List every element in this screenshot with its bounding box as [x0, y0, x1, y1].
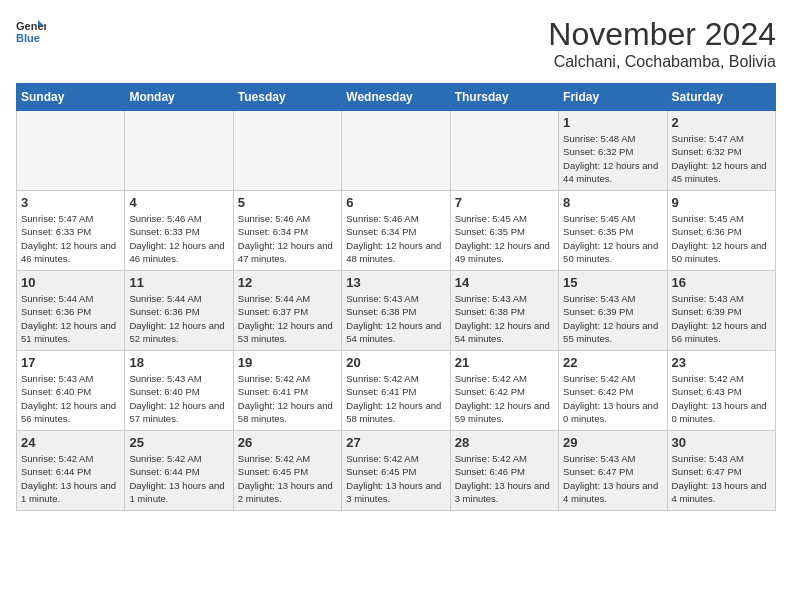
location-title: Calchani, Cochabamba, Bolivia	[548, 53, 776, 71]
day-number: 24	[21, 435, 120, 450]
day-info: Sunrise: 5:43 AM Sunset: 6:39 PM Dayligh…	[563, 292, 662, 345]
day-info: Sunrise: 5:45 AM Sunset: 6:35 PM Dayligh…	[455, 212, 554, 265]
calendar-day-cell	[125, 111, 233, 191]
day-info: Sunrise: 5:43 AM Sunset: 6:47 PM Dayligh…	[672, 452, 771, 505]
day-number: 20	[346, 355, 445, 370]
calendar-week-row: 24Sunrise: 5:42 AM Sunset: 6:44 PM Dayli…	[17, 431, 776, 511]
svg-text:Blue: Blue	[16, 32, 40, 44]
calendar-day-cell: 17Sunrise: 5:43 AM Sunset: 6:40 PM Dayli…	[17, 351, 125, 431]
day-info: Sunrise: 5:46 AM Sunset: 6:34 PM Dayligh…	[346, 212, 445, 265]
calendar-day-cell	[17, 111, 125, 191]
day-info: Sunrise: 5:43 AM Sunset: 6:47 PM Dayligh…	[563, 452, 662, 505]
day-number: 11	[129, 275, 228, 290]
day-number: 17	[21, 355, 120, 370]
calendar-day-cell: 21Sunrise: 5:42 AM Sunset: 6:42 PM Dayli…	[450, 351, 558, 431]
weekday-header: Saturday	[667, 84, 775, 111]
calendar-day-cell: 1Sunrise: 5:48 AM Sunset: 6:32 PM Daylig…	[559, 111, 667, 191]
day-info: Sunrise: 5:43 AM Sunset: 6:40 PM Dayligh…	[129, 372, 228, 425]
day-info: Sunrise: 5:47 AM Sunset: 6:32 PM Dayligh…	[672, 132, 771, 185]
calendar-day-cell: 25Sunrise: 5:42 AM Sunset: 6:44 PM Dayli…	[125, 431, 233, 511]
calendar-week-row: 17Sunrise: 5:43 AM Sunset: 6:40 PM Dayli…	[17, 351, 776, 431]
day-number: 16	[672, 275, 771, 290]
day-info: Sunrise: 5:46 AM Sunset: 6:34 PM Dayligh…	[238, 212, 337, 265]
day-number: 6	[346, 195, 445, 210]
calendar-day-cell: 22Sunrise: 5:42 AM Sunset: 6:42 PM Dayli…	[559, 351, 667, 431]
day-info: Sunrise: 5:42 AM Sunset: 6:42 PM Dayligh…	[563, 372, 662, 425]
day-number: 23	[672, 355, 771, 370]
calendar-day-cell: 14Sunrise: 5:43 AM Sunset: 6:38 PM Dayli…	[450, 271, 558, 351]
weekday-header: Tuesday	[233, 84, 341, 111]
day-info: Sunrise: 5:42 AM Sunset: 6:41 PM Dayligh…	[346, 372, 445, 425]
day-info: Sunrise: 5:45 AM Sunset: 6:35 PM Dayligh…	[563, 212, 662, 265]
calendar-day-cell: 10Sunrise: 5:44 AM Sunset: 6:36 PM Dayli…	[17, 271, 125, 351]
day-number: 7	[455, 195, 554, 210]
day-number: 9	[672, 195, 771, 210]
calendar-day-cell: 27Sunrise: 5:42 AM Sunset: 6:45 PM Dayli…	[342, 431, 450, 511]
calendar-day-cell: 20Sunrise: 5:42 AM Sunset: 6:41 PM Dayli…	[342, 351, 450, 431]
weekday-header: Wednesday	[342, 84, 450, 111]
calendar-day-cell: 7Sunrise: 5:45 AM Sunset: 6:35 PM Daylig…	[450, 191, 558, 271]
day-number: 13	[346, 275, 445, 290]
day-number: 29	[563, 435, 662, 450]
day-number: 18	[129, 355, 228, 370]
day-number: 15	[563, 275, 662, 290]
title-block: November 2024 Calchani, Cochabamba, Boli…	[548, 16, 776, 71]
day-info: Sunrise: 5:44 AM Sunset: 6:36 PM Dayligh…	[129, 292, 228, 345]
calendar-week-row: 3Sunrise: 5:47 AM Sunset: 6:33 PM Daylig…	[17, 191, 776, 271]
calendar-day-cell: 13Sunrise: 5:43 AM Sunset: 6:38 PM Dayli…	[342, 271, 450, 351]
day-number: 2	[672, 115, 771, 130]
day-number: 25	[129, 435, 228, 450]
calendar-day-cell: 28Sunrise: 5:42 AM Sunset: 6:46 PM Dayli…	[450, 431, 558, 511]
day-number: 27	[346, 435, 445, 450]
day-info: Sunrise: 5:42 AM Sunset: 6:42 PM Dayligh…	[455, 372, 554, 425]
day-info: Sunrise: 5:46 AM Sunset: 6:33 PM Dayligh…	[129, 212, 228, 265]
weekday-header: Thursday	[450, 84, 558, 111]
day-info: Sunrise: 5:43 AM Sunset: 6:40 PM Dayligh…	[21, 372, 120, 425]
day-number: 30	[672, 435, 771, 450]
calendar-day-cell: 6Sunrise: 5:46 AM Sunset: 6:34 PM Daylig…	[342, 191, 450, 271]
day-number: 10	[21, 275, 120, 290]
calendar-day-cell: 8Sunrise: 5:45 AM Sunset: 6:35 PM Daylig…	[559, 191, 667, 271]
calendar-day-cell: 24Sunrise: 5:42 AM Sunset: 6:44 PM Dayli…	[17, 431, 125, 511]
day-number: 19	[238, 355, 337, 370]
weekday-header: Sunday	[17, 84, 125, 111]
day-info: Sunrise: 5:45 AM Sunset: 6:36 PM Dayligh…	[672, 212, 771, 265]
calendar-day-cell: 12Sunrise: 5:44 AM Sunset: 6:37 PM Dayli…	[233, 271, 341, 351]
calendar-day-cell: 30Sunrise: 5:43 AM Sunset: 6:47 PM Dayli…	[667, 431, 775, 511]
day-info: Sunrise: 5:43 AM Sunset: 6:39 PM Dayligh…	[672, 292, 771, 345]
day-info: Sunrise: 5:43 AM Sunset: 6:38 PM Dayligh…	[346, 292, 445, 345]
day-number: 12	[238, 275, 337, 290]
day-info: Sunrise: 5:48 AM Sunset: 6:32 PM Dayligh…	[563, 132, 662, 185]
day-info: Sunrise: 5:42 AM Sunset: 6:44 PM Dayligh…	[21, 452, 120, 505]
calendar-day-cell: 3Sunrise: 5:47 AM Sunset: 6:33 PM Daylig…	[17, 191, 125, 271]
day-info: Sunrise: 5:42 AM Sunset: 6:44 PM Dayligh…	[129, 452, 228, 505]
weekday-header: Monday	[125, 84, 233, 111]
day-info: Sunrise: 5:43 AM Sunset: 6:38 PM Dayligh…	[455, 292, 554, 345]
calendar-day-cell: 9Sunrise: 5:45 AM Sunset: 6:36 PM Daylig…	[667, 191, 775, 271]
weekday-header-row: SundayMondayTuesdayWednesdayThursdayFrid…	[17, 84, 776, 111]
calendar-day-cell: 4Sunrise: 5:46 AM Sunset: 6:33 PM Daylig…	[125, 191, 233, 271]
day-number: 22	[563, 355, 662, 370]
calendar-day-cell: 19Sunrise: 5:42 AM Sunset: 6:41 PM Dayli…	[233, 351, 341, 431]
calendar-day-cell	[233, 111, 341, 191]
month-title: November 2024	[548, 16, 776, 53]
day-number: 28	[455, 435, 554, 450]
calendar-week-row: 1Sunrise: 5:48 AM Sunset: 6:32 PM Daylig…	[17, 111, 776, 191]
day-number: 14	[455, 275, 554, 290]
day-info: Sunrise: 5:42 AM Sunset: 6:46 PM Dayligh…	[455, 452, 554, 505]
day-number: 4	[129, 195, 228, 210]
day-info: Sunrise: 5:42 AM Sunset: 6:45 PM Dayligh…	[238, 452, 337, 505]
page-header: General Blue November 2024 Calchani, Coc…	[16, 16, 776, 71]
logo: General Blue	[16, 16, 46, 46]
day-number: 8	[563, 195, 662, 210]
day-info: Sunrise: 5:44 AM Sunset: 6:37 PM Dayligh…	[238, 292, 337, 345]
calendar-table: SundayMondayTuesdayWednesdayThursdayFrid…	[16, 83, 776, 511]
calendar-day-cell: 18Sunrise: 5:43 AM Sunset: 6:40 PM Dayli…	[125, 351, 233, 431]
calendar-day-cell: 5Sunrise: 5:46 AM Sunset: 6:34 PM Daylig…	[233, 191, 341, 271]
day-number: 3	[21, 195, 120, 210]
calendar-day-cell: 26Sunrise: 5:42 AM Sunset: 6:45 PM Dayli…	[233, 431, 341, 511]
calendar-day-cell	[450, 111, 558, 191]
logo-icon: General Blue	[16, 16, 46, 46]
calendar-day-cell: 16Sunrise: 5:43 AM Sunset: 6:39 PM Dayli…	[667, 271, 775, 351]
day-info: Sunrise: 5:42 AM Sunset: 6:43 PM Dayligh…	[672, 372, 771, 425]
